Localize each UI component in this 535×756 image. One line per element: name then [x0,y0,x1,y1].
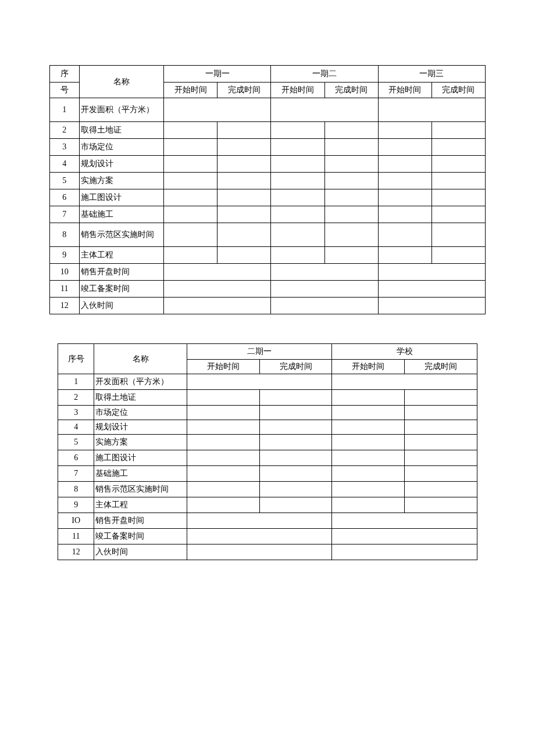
phase-2-1: 二期一 [187,344,331,360]
cell-empty [431,223,485,247]
col-seq-bot: 号 [50,83,80,98]
cell-empty [217,122,271,139]
row-seq: 3 [58,406,94,420]
table-row: 12 入伙时间 [50,298,486,314]
cell-empty [187,544,331,560]
cell-empty [378,189,431,206]
cell-empty [164,247,217,264]
p2-start: 开始时间 [271,83,324,98]
row-name: 竣工备案时间 [79,281,164,298]
cell-empty [378,223,431,247]
cell-empty [324,156,378,173]
cell-empty [217,173,271,189]
row-seq: 11 [58,529,94,544]
row-name: 施工图设计 [79,189,164,206]
row-seq: 4 [50,156,80,173]
cell-empty [324,139,378,156]
p1-end: 完成时间 [217,83,271,98]
row-name: 入伙时间 [94,544,187,560]
row-seq: 7 [50,206,80,223]
p1-start: 开始时间 [164,83,217,98]
schedule-table-2: 序号 名称 二期一 学校 开始时间 完成时间 开始时间 完成时间 1 开发面积（… [58,343,477,560]
cell-empty [378,281,485,298]
row-name: 主体工程 [79,247,164,264]
row-seq: 3 [50,139,80,156]
cell-empty [187,497,259,513]
row-seq: 4 [58,420,94,435]
cell-empty [378,122,431,139]
row-seq: 1 [58,374,94,390]
row-name: 规划设计 [94,420,187,435]
row-seq: 12 [58,544,94,560]
cell-empty [217,139,271,156]
row-name: 开发面积（平方米） [79,98,164,122]
cell-empty [405,466,477,482]
cell-empty [378,298,485,314]
row-seq: IO [58,513,94,529]
row-seq: 11 [50,281,80,298]
cell-empty [259,435,332,450]
cell-empty [332,544,477,560]
cell-empty [271,247,324,264]
cell-empty [187,466,259,482]
row-name: 实施方案 [94,435,187,450]
cell-empty [332,406,405,420]
cell-empty [187,406,259,420]
cell-empty [164,156,217,173]
cell-empty [187,482,259,497]
cell-empty [332,466,405,482]
cell-empty [187,390,259,406]
col-seq-top: 序 [50,66,80,83]
cell-empty [431,189,485,206]
row-seq: 8 [50,223,80,247]
cell-empty [405,406,477,420]
table-row: 6 施工图设计 [50,189,486,206]
p1-end: 完成时间 [259,360,332,374]
cell-empty [187,450,259,466]
cell-empty [378,156,431,173]
cell-empty [378,264,485,281]
cell-empty [378,173,431,189]
cell-empty [164,223,217,247]
cell-empty [431,122,485,139]
cell-empty [324,173,378,189]
cell-empty [164,206,217,223]
table-row: 8 销售示范区实施时间 [58,482,477,497]
p1-start: 开始时间 [187,360,259,374]
table-row: 5 实施方案 [50,173,486,189]
cell-empty [378,139,431,156]
cell-empty [259,406,332,420]
row-seq: 5 [50,173,80,189]
table-row: 2 取得土地证 [50,122,486,139]
col-name: 名称 [79,66,164,98]
row-name: 取得土地证 [94,390,187,406]
cell-empty [271,189,324,206]
row-name: 取得土地证 [79,122,164,139]
cell-empty [164,173,217,189]
cell-empty [324,223,378,247]
table-row: 9 主体工程 [50,247,486,264]
cell-empty [332,450,405,466]
p2-end: 完成时间 [324,83,378,98]
cell-empty [405,497,477,513]
cell-empty [324,122,378,139]
cell-empty [164,139,217,156]
cell-empty [405,482,477,497]
cell-empty [271,156,324,173]
table-row: 11 竣工备案时间 [50,281,486,298]
cell-empty [405,420,477,435]
table-row: 8 销售示范区实施时间 [50,223,486,247]
cell-empty [324,189,378,206]
cell-empty [187,435,259,450]
cell-empty [405,450,477,466]
document-page: 序 名称 一期一 一期二 一期三 号 开始时间 完成时间 开始时间 完成时间 开… [0,0,535,560]
cell-empty [271,139,324,156]
cell-empty [431,139,485,156]
cell-empty [271,264,378,281]
row-name: 开发面积（平方米） [94,374,187,390]
row-name: 主体工程 [94,497,187,513]
p2-start: 开始时间 [332,360,405,374]
row-seq: 2 [58,390,94,406]
row-name: 施工图设计 [94,450,187,466]
phase-school: 学校 [332,344,477,360]
